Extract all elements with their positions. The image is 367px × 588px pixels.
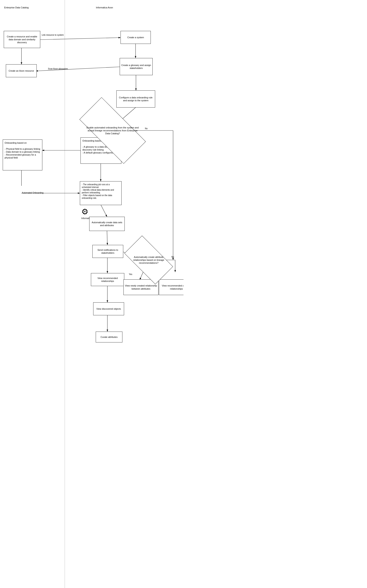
auto-create-datasets-box: Automatically create data sets and attri… <box>89 217 125 231</box>
svg-line-15 <box>101 205 107 217</box>
svg-line-16 <box>107 231 107 245</box>
automated-onboarding-label: Automated Onboarding <box>22 192 43 194</box>
auto-create-attr-diamond: Automatically create attribute relations… <box>127 247 171 272</box>
view-discovered-box: View discovered objects <box>93 302 124 315</box>
create-resource-box: Create a resource and enable data domain… <box>4 31 40 48</box>
create-system-box: Create a system <box>121 31 151 44</box>
view-recommended-rel-box: View recommended relationships <box>91 273 124 286</box>
header-axon: Informatica Axon <box>96 6 113 9</box>
yes2-label: Yes <box>129 273 132 276</box>
svg-line-3 <box>39 38 121 40</box>
enable-automated-diamond: Enable automated onboarding from the sys… <box>81 115 144 146</box>
send-notifications-box: Send notifications to stakeholders <box>92 245 123 258</box>
header-edc: Enterprise Data Catalog <box>4 6 29 9</box>
informatica-gear-icon: ⚙ <box>81 208 88 216</box>
configure-onboarding-box: Configure a data onboarding rule and ass… <box>116 90 155 108</box>
scan-axon-label: Scan Axon glossaries <box>48 68 68 70</box>
center-divider <box>65 0 65 588</box>
create-glossary-box: Create a glossary and assign stakeholder… <box>120 58 153 75</box>
view-recommended-attr-box: View recommended attribute relationships <box>159 279 184 295</box>
onboarding-based-left-box: Onboarding based on - Physical field to … <box>3 139 42 170</box>
diagram-container: Enterprise Data Catalog Informatica Axon <box>0 0 184 588</box>
auto-onboard-info-box: - The onboarding job runs at a scheduled… <box>80 181 122 205</box>
create-axon-resource-box: Create an Axon resource <box>6 64 37 77</box>
curate-attributes-box: Curate attributes <box>96 332 122 342</box>
no2-label: No <box>171 256 174 258</box>
no1-label: No <box>145 127 148 130</box>
link-resource-label: Link resource to system <box>42 34 64 36</box>
